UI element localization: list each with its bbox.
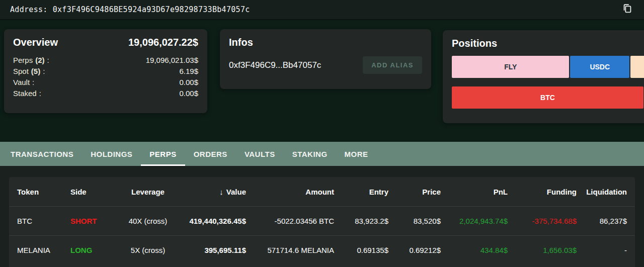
cell-entry: 83,923.2$ xyxy=(334,217,388,225)
position-segment-truncated[interactable] xyxy=(630,56,644,78)
cell-token: MELANIA xyxy=(17,246,70,254)
tab-vaults[interactable]: VAULTS xyxy=(236,142,284,166)
table-row-melania[interactable]: MELANIA LONG 5X (cross) 395,695.11$ 5717… xyxy=(9,235,635,264)
tab-orders[interactable]: ORDERS xyxy=(185,142,236,166)
col-header-value[interactable]: ↓ Value xyxy=(177,188,246,196)
col-header-value-label: Value xyxy=(226,188,246,196)
cell-pnl: 2,024,943.74$ xyxy=(441,217,508,225)
row-count: (5) xyxy=(31,66,40,77)
col-header-funding[interactable]: Funding xyxy=(508,188,577,196)
row-value: 19,096,021.03$ xyxy=(146,55,198,66)
tab-holdings[interactable]: HOLDINGS xyxy=(82,142,141,166)
cell-liquidation: 86,237$ xyxy=(577,217,627,225)
position-segment-usdc[interactable]: USDC xyxy=(570,56,629,78)
cell-amount: 571714.6 MELANIA xyxy=(246,246,334,254)
cell-funding: -375,734.68$ xyxy=(508,217,577,225)
cell-liquidation: - xyxy=(577,246,627,254)
row-colon: : xyxy=(43,66,45,77)
overview-row-vault: Vault: 0.00$ xyxy=(13,77,198,88)
short-address: 0xf3F496C9...Bb47057c xyxy=(229,60,321,70)
cell-price: 83,520$ xyxy=(388,217,441,225)
table-header-row: Token Side Leverage ↓ Value Amount Entry… xyxy=(9,177,635,206)
col-header-side[interactable]: Side xyxy=(70,188,119,196)
row-value: 0.00$ xyxy=(179,88,198,99)
row-colon: : xyxy=(32,77,34,88)
row-count: (2) xyxy=(35,55,44,66)
top-address-bar: Address: 0xf3F496C9486BE5924a93D67e98298… xyxy=(0,0,644,20)
overview-title: Overview xyxy=(13,37,58,48)
overview-card: Overview 19,096,027.22$ Perps(2): 19,096… xyxy=(4,29,207,113)
tab-staking[interactable]: STAKING xyxy=(284,142,336,166)
cell-leverage: 5X (cross) xyxy=(119,246,177,254)
overview-row-staked: Staked: 0.00$ xyxy=(13,88,198,99)
row-value: 6.19$ xyxy=(179,66,198,77)
infos-card: Infos 0xf3F496C9...Bb47057c ADD ALIAS xyxy=(220,29,431,89)
copy-icon xyxy=(622,3,633,16)
cell-entry: 0.69135$ xyxy=(334,246,388,254)
cell-pnl: 434.84$ xyxy=(441,246,508,254)
col-header-leverage[interactable]: Leverage xyxy=(119,188,177,196)
perps-table-section: Token Side Leverage ↓ Value Amount Entry… xyxy=(0,166,644,267)
col-header-token[interactable]: Token xyxy=(17,188,70,196)
cell-value: 419,440,326.45$ xyxy=(177,217,246,225)
tab-bar: TRANSACTIONS HOLDINGS PERPS ORDERS VAULT… xyxy=(0,142,644,166)
add-alias-button[interactable]: ADD ALIAS xyxy=(363,56,422,74)
address-label: Address: xyxy=(10,5,48,14)
col-header-price[interactable]: Price xyxy=(388,188,441,196)
row-label: Vault xyxy=(13,77,30,88)
col-header-liquidation[interactable]: Liquidation xyxy=(577,188,627,196)
cell-leverage: 40X (cross) xyxy=(119,217,177,225)
tab-perps[interactable]: PERPS xyxy=(141,142,185,166)
row-value: 0.00$ xyxy=(179,77,198,88)
col-header-pnl[interactable]: PnL xyxy=(441,188,508,196)
sort-desc-icon: ↓ xyxy=(219,188,223,196)
infos-title: Infos xyxy=(229,37,422,48)
cell-token: BTC xyxy=(17,217,70,225)
wallet-address: Address: 0xf3F496C9486BE5924a93D67e98298… xyxy=(10,5,250,14)
address-value: 0xf3F496C9486BE5924a93D67e98298733Bb4705… xyxy=(53,5,250,14)
row-colon: : xyxy=(39,88,41,99)
overview-total-value: 19,096,027.22$ xyxy=(128,37,198,48)
col-header-entry[interactable]: Entry xyxy=(334,188,388,196)
cell-side: LONG xyxy=(70,246,119,254)
row-label: Staked xyxy=(13,88,37,99)
positions-title: Positions xyxy=(452,38,644,49)
positions-card: Positions FLY USDC BTC xyxy=(443,30,644,123)
row-label: Perps xyxy=(13,55,33,66)
tab-more[interactable]: MORE xyxy=(336,142,377,166)
row-colon: : xyxy=(47,55,49,66)
position-segment-btc[interactable]: BTC xyxy=(452,86,643,109)
table-row-btc[interactable]: BTC SHORT 40X (cross) 419,440,326.45$ -5… xyxy=(9,206,635,235)
position-segment-fly[interactable]: FLY xyxy=(452,56,569,78)
cell-value: 395,695.11$ xyxy=(177,246,246,254)
cell-price: 0.69212$ xyxy=(388,246,441,254)
cell-amount: -5022.03456 BTC xyxy=(246,217,334,225)
row-label: Spot xyxy=(13,66,29,77)
perps-table: Token Side Leverage ↓ Value Amount Entry… xyxy=(9,177,635,267)
spot-positions-bar: FLY USDC xyxy=(452,56,644,78)
tab-transactions[interactable]: TRANSACTIONS xyxy=(2,142,82,166)
overview-row-perps: Perps(2): 19,096,021.03$ xyxy=(13,55,198,66)
overview-row-spot: Spot(5): 6.19$ xyxy=(13,66,198,77)
cell-side: SHORT xyxy=(70,217,119,225)
perp-positions-bar: BTC xyxy=(452,86,644,109)
col-header-amount[interactable]: Amount xyxy=(246,188,334,196)
cell-funding: 1,656.03$ xyxy=(508,246,577,254)
copy-address-button[interactable] xyxy=(621,3,634,16)
